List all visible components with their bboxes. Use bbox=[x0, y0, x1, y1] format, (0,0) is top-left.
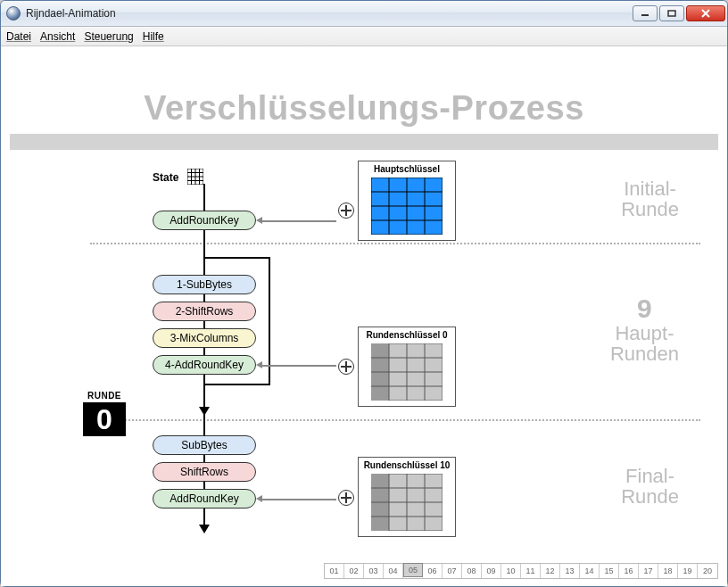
pill-final-addroundkey[interactable]: AddRoundKey bbox=[153, 489, 256, 508]
pill-main-subbytes[interactable]: 1-SubBytes bbox=[153, 275, 256, 294]
phase-main-label: 9 Haupt- Runden bbox=[610, 294, 679, 364]
xor-initial-icon bbox=[338, 203, 354, 219]
menu-help[interactable]: Hilfe bbox=[143, 30, 164, 43]
page-06[interactable]: 06 bbox=[423, 564, 443, 578]
keybox-master: Hauptschlüssel bbox=[358, 161, 456, 241]
keybox-round0-grid-icon bbox=[371, 343, 443, 401]
svg-rect-1 bbox=[668, 11, 675, 16]
pill-initial-addroundkey[interactable]: AddRoundKey bbox=[153, 211, 256, 230]
arrow-down-icon bbox=[199, 407, 210, 416]
phase-final-label: Final- Runde bbox=[621, 466, 679, 507]
page-09[interactable]: 09 bbox=[482, 564, 501, 578]
page-08[interactable]: 08 bbox=[462, 564, 482, 578]
page-15[interactable]: 15 bbox=[600, 564, 619, 578]
page-16[interactable]: 16 bbox=[619, 564, 639, 578]
round-badge: RUNDE 0 bbox=[83, 391, 126, 436]
separator-2 bbox=[90, 419, 700, 421]
state-label: State bbox=[153, 171, 178, 184]
round-badge-label: RUNDE bbox=[83, 391, 126, 401]
pill-final-subbytes[interactable]: SubBytes bbox=[153, 435, 256, 455]
page-11[interactable]: 11 bbox=[521, 564, 541, 578]
page-07[interactable]: 07 bbox=[443, 564, 462, 578]
page-17[interactable]: 17 bbox=[639, 564, 658, 578]
title-band bbox=[10, 134, 718, 150]
arrowhead-final-icon bbox=[256, 495, 262, 502]
page-12[interactable]: 12 bbox=[541, 564, 560, 578]
app-window: Rijndael-Animation Datei Ansicht Steueru… bbox=[0, 0, 728, 587]
xor-final-icon bbox=[338, 490, 354, 506]
page-19[interactable]: 19 bbox=[678, 564, 698, 578]
phase-main-line1: Haupt- bbox=[615, 322, 674, 344]
window-controls bbox=[633, 5, 725, 21]
pill-main-shiftrows[interactable]: 2-ShiftRows bbox=[153, 302, 256, 321]
connector-final bbox=[260, 499, 336, 500]
arrow-down-final-icon bbox=[199, 525, 210, 533]
page-03[interactable]: 03 bbox=[364, 564, 384, 578]
content-area: Verschlüsselungs-Prozess Initial- Runde … bbox=[1, 46, 727, 586]
menu-control[interactable]: Steuerung bbox=[84, 30, 133, 43]
page-title: Verschlüsselungs-Prozess bbox=[1, 89, 727, 128]
menubar: Datei Ansicht Steuerung Hilfe bbox=[1, 27, 727, 46]
minimize-button[interactable] bbox=[633, 5, 658, 21]
phase-initial-line2: Runde bbox=[621, 198, 679, 220]
phase-initial-label: Initial- Runde bbox=[621, 178, 679, 219]
close-icon bbox=[700, 9, 711, 18]
loop-bottom-h bbox=[204, 384, 270, 385]
keybox-round10-grid-icon bbox=[371, 474, 443, 531]
keybox-round0-label: Rundenschlüssel 0 bbox=[366, 330, 447, 340]
minimize-icon bbox=[641, 10, 649, 17]
pill-main-mixcolumns[interactable]: 3-MixColumns bbox=[153, 328, 256, 348]
keybox-master-grid-icon bbox=[371, 178, 443, 235]
phase-final-line2: Runde bbox=[621, 485, 679, 508]
connector-main bbox=[260, 365, 336, 367]
menu-file[interactable]: Datei bbox=[6, 30, 31, 43]
page-13[interactable]: 13 bbox=[560, 564, 580, 578]
xor-main-icon bbox=[338, 359, 354, 375]
page-14[interactable]: 14 bbox=[580, 564, 600, 578]
window-title: Rijndael-Animation bbox=[26, 7, 633, 20]
keybox-master-label: Hauptschlüssel bbox=[374, 164, 440, 174]
maximize-icon bbox=[667, 10, 676, 17]
titlebar[interactable]: Rijndael-Animation bbox=[1, 1, 727, 27]
connector-initial bbox=[260, 220, 336, 222]
page-02[interactable]: 02 bbox=[344, 564, 364, 578]
page-18[interactable]: 18 bbox=[658, 564, 678, 578]
arrowhead-initial-icon bbox=[256, 217, 262, 224]
page-01[interactable]: 01 bbox=[325, 564, 344, 578]
keybox-round10: Rundenschlüssel 10 bbox=[358, 457, 456, 537]
round-badge-value: 0 bbox=[83, 402, 126, 436]
phase-main-count: 9 bbox=[610, 294, 679, 323]
phase-final-line1: Final- bbox=[625, 465, 674, 487]
page-05[interactable]: 05 bbox=[403, 563, 423, 577]
close-button[interactable] bbox=[686, 5, 725, 21]
loop-top-h bbox=[204, 257, 270, 259]
arrowhead-main-icon bbox=[256, 361, 262, 368]
keybox-round10-label: Rundenschlüssel 10 bbox=[364, 460, 451, 470]
page-10[interactable]: 10 bbox=[501, 564, 521, 578]
menu-view[interactable]: Ansicht bbox=[40, 30, 75, 43]
page-20[interactable]: 20 bbox=[698, 564, 717, 578]
phase-main-line2: Runden bbox=[610, 343, 679, 365]
state-grid-icon bbox=[187, 169, 203, 185]
app-icon bbox=[6, 6, 21, 21]
maximize-button[interactable] bbox=[659, 5, 684, 21]
keybox-round0: Rundenschlüssel 0 bbox=[358, 327, 456, 407]
pill-final-shiftrows[interactable]: ShiftRows bbox=[153, 462, 256, 482]
phase-initial-line1: Initial- bbox=[624, 178, 676, 200]
page-04[interactable]: 04 bbox=[384, 564, 403, 578]
pill-main-addroundkey[interactable]: 4-AddRoundKey bbox=[153, 355, 256, 375]
separator-1 bbox=[90, 243, 700, 244]
page-navigator: 0102030405060708091011121314151617181920 bbox=[324, 563, 718, 579]
